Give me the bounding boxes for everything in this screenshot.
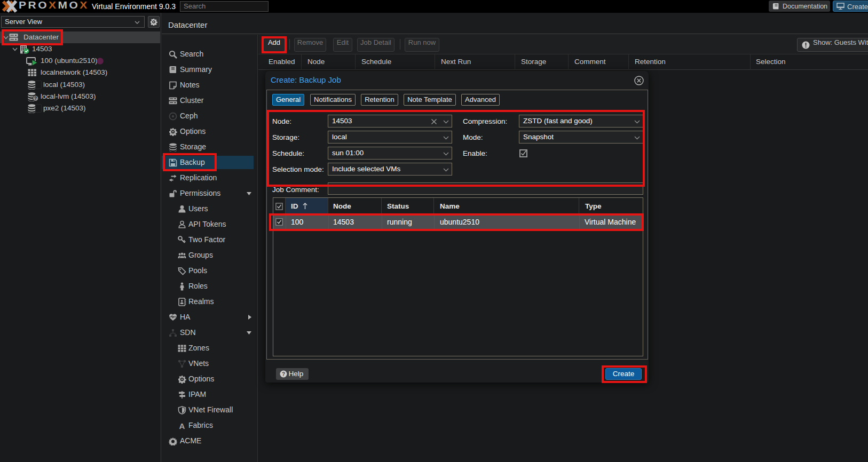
svg-text:?: ?: [282, 371, 285, 377]
svg-text:?: ?: [34, 95, 37, 101]
svg-text:A: A: [179, 421, 185, 430]
